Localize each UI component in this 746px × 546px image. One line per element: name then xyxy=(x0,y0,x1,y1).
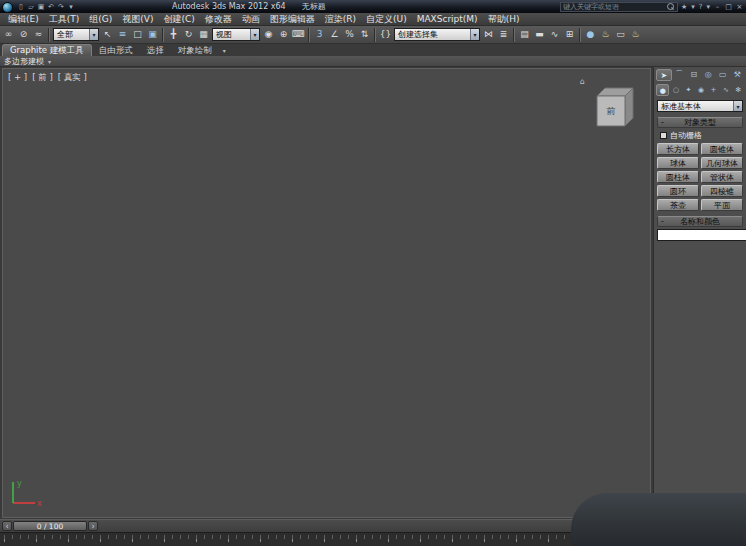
favorites-caret-icon[interactable]: ▾ xyxy=(690,1,696,13)
select-and-link-icon[interactable]: ∞ xyxy=(1,27,16,42)
menu-help[interactable]: 帮助(H) xyxy=(483,13,525,26)
tab-freeform[interactable]: 自由形式 xyxy=(92,45,140,56)
save-file-icon[interactable]: ▣ xyxy=(36,1,46,13)
render-setup-icon[interactable]: ♨ xyxy=(598,27,613,42)
maximize-button[interactable]: □ xyxy=(724,1,733,13)
mirror-icon[interactable]: ⋈ xyxy=(481,27,496,42)
tab-graphite-modeling[interactable]: Graphite 建模工具 xyxy=(2,44,92,56)
menu-rendering[interactable]: 渲染(R) xyxy=(320,13,361,26)
viewport-menu-label[interactable]: [ + ] xyxy=(8,72,27,84)
select-and-rotate-icon[interactable]: ↻ xyxy=(181,27,196,42)
sphere-button[interactable]: 球体 xyxy=(657,157,699,169)
menu-modifiers[interactable]: 修改器 xyxy=(200,13,237,26)
schematic-view-icon[interactable]: ⊞ xyxy=(562,27,577,42)
open-file-icon[interactable]: ▱ xyxy=(26,1,36,13)
undo-icon[interactable]: ↶ xyxy=(46,1,56,13)
help-caret-icon[interactable]: ▾ xyxy=(705,1,711,13)
select-object-icon[interactable]: ↖ xyxy=(100,27,115,42)
geometry-category-icon[interactable]: ● xyxy=(656,84,669,96)
polygon-modeling-panel[interactable]: 多边形建模 xyxy=(4,56,44,67)
menu-customize[interactable]: 自定义(U) xyxy=(361,13,412,26)
object-name-input[interactable] xyxy=(657,229,746,241)
selection-region-icon[interactable]: □ xyxy=(130,27,145,42)
unlink-selection-icon[interactable]: ⊘ xyxy=(16,27,31,42)
menu-animation[interactable]: 动画 xyxy=(237,13,265,26)
named-selection-dropdown[interactable]: 创建选择集 ▾ xyxy=(394,28,480,41)
select-by-name-icon[interactable]: ≡ xyxy=(115,27,130,42)
snaps-toggle-icon[interactable]: 3 xyxy=(312,27,327,42)
select-and-manipulate-icon[interactable]: ⊕ xyxy=(276,27,291,42)
search-icon[interactable] xyxy=(667,3,675,11)
hierarchy-tab-icon[interactable]: ⊟ xyxy=(687,69,701,81)
spacewarps-category-icon[interactable]: ∿ xyxy=(720,84,731,96)
menu-tools[interactable]: 工具(T) xyxy=(44,13,85,26)
dropdown-arrow-icon[interactable]: ▾ xyxy=(89,29,98,40)
rendered-frame-icon[interactable]: ▭ xyxy=(613,27,628,42)
object-type-rollout-header[interactable]: - 对象类型 xyxy=(657,117,743,128)
menu-graph-editors[interactable]: 图形编辑器 xyxy=(265,13,320,26)
box-button[interactable]: 长方体 xyxy=(657,143,699,155)
menu-group[interactable]: 组(G) xyxy=(84,13,117,26)
minimize-button[interactable]: – xyxy=(713,1,722,13)
geosphere-button[interactable]: 几何球体 xyxy=(701,157,743,169)
menu-create[interactable]: 创建(C) xyxy=(158,13,199,26)
pyramid-button[interactable]: 四棱锥 xyxy=(701,185,743,197)
menu-views[interactable]: 视图(V) xyxy=(117,13,158,26)
create-tab-icon[interactable]: ➤ xyxy=(656,69,672,81)
viewport-shading-label[interactable]: [ 真实 ] xyxy=(58,72,87,84)
selection-filter-dropdown[interactable]: 全部 ▾ xyxy=(53,28,99,41)
search-input[interactable] xyxy=(563,3,667,11)
front-viewport[interactable]: [ + ] [ 前 ] [ 真实 ] ⌂ 前 x y xyxy=(2,68,651,518)
next-frame-button[interactable]: › xyxy=(88,521,98,531)
new-scene-icon[interactable]: ▯ xyxy=(16,1,26,13)
object-category-dropdown[interactable]: 标准基本体 ▾ xyxy=(657,100,743,112)
coordinate-system-dropdown[interactable]: 视图 ▾ xyxy=(212,28,260,41)
modify-tab-icon[interactable]: ⌒ xyxy=(673,69,687,81)
display-tab-icon[interactable]: ▭ xyxy=(716,69,730,81)
align-icon[interactable]: ≣ xyxy=(496,27,511,42)
autogrid-checkbox[interactable] xyxy=(660,132,667,139)
ribbon-toggle-icon[interactable]: ▬ xyxy=(532,27,547,42)
help-icon[interactable]: ? xyxy=(698,1,704,13)
favorites-star-icon[interactable]: ★ xyxy=(680,1,688,13)
cone-button[interactable]: 圆锥体 xyxy=(701,143,743,155)
viewcube-home-icon[interactable]: ⌂ xyxy=(580,77,585,86)
window-crossing-icon[interactable]: ▣ xyxy=(145,27,160,42)
helpers-category-icon[interactable]: + xyxy=(708,84,719,96)
time-slider-handle[interactable]: 0 / 100 xyxy=(13,521,87,531)
quick-access-caret-icon[interactable]: ▾ xyxy=(66,1,76,13)
close-button[interactable]: × xyxy=(735,1,744,13)
keyboard-override-icon[interactable]: ⌨ xyxy=(291,27,306,42)
curve-editor-icon[interactable]: ∿ xyxy=(547,27,562,42)
cameras-category-icon[interactable]: ◉ xyxy=(695,84,706,96)
angle-snap-icon[interactable]: ∠ xyxy=(327,27,342,42)
lights-category-icon[interactable]: ✦ xyxy=(683,84,694,96)
utilities-tab-icon[interactable]: ⚒ xyxy=(731,69,745,81)
menu-maxscript[interactable]: MAXScript(M) xyxy=(412,14,483,24)
motion-tab-icon[interactable]: ◎ xyxy=(702,69,716,81)
rollout-collapse-icon[interactable]: - xyxy=(661,217,664,227)
material-editor-icon[interactable]: ● xyxy=(583,27,598,42)
application-menu-button[interactable] xyxy=(2,2,13,13)
name-color-rollout-header[interactable]: - 名称和颜色 xyxy=(657,216,743,227)
menu-edit[interactable]: 编辑(E) xyxy=(3,13,44,26)
systems-category-icon[interactable]: ✻ xyxy=(733,84,744,96)
cylinder-button[interactable]: 圆柱体 xyxy=(657,171,699,183)
teapot-button[interactable]: 茶壶 xyxy=(657,199,699,211)
dropdown-arrow-icon[interactable]: ▾ xyxy=(250,29,259,40)
previous-frame-button[interactable]: ‹ xyxy=(2,521,12,531)
render-production-icon[interactable]: ♨ xyxy=(628,27,643,42)
spinner-snap-icon[interactable]: ⇅ xyxy=(357,27,372,42)
bind-to-spacewarp-icon[interactable]: ≈ xyxy=(31,27,46,42)
viewport-view-label[interactable]: [ 前 ] xyxy=(32,72,53,84)
select-and-scale-icon[interactable]: ▦ xyxy=(196,27,211,42)
ribbon-options-caret-icon[interactable]: ▾ xyxy=(223,45,226,56)
redo-icon[interactable]: ↷ xyxy=(56,1,66,13)
dropdown-arrow-icon[interactable]: ▾ xyxy=(470,29,479,40)
percent-snap-icon[interactable]: % xyxy=(342,27,357,42)
rollout-collapse-icon[interactable]: - xyxy=(661,118,664,128)
use-pivot-center-icon[interactable]: ◉ xyxy=(261,27,276,42)
torus-button[interactable]: 圆环 xyxy=(657,185,699,197)
tab-object-paint[interactable]: 对象绘制 xyxy=(171,45,219,56)
tube-button[interactable]: 管状体 xyxy=(701,171,743,183)
